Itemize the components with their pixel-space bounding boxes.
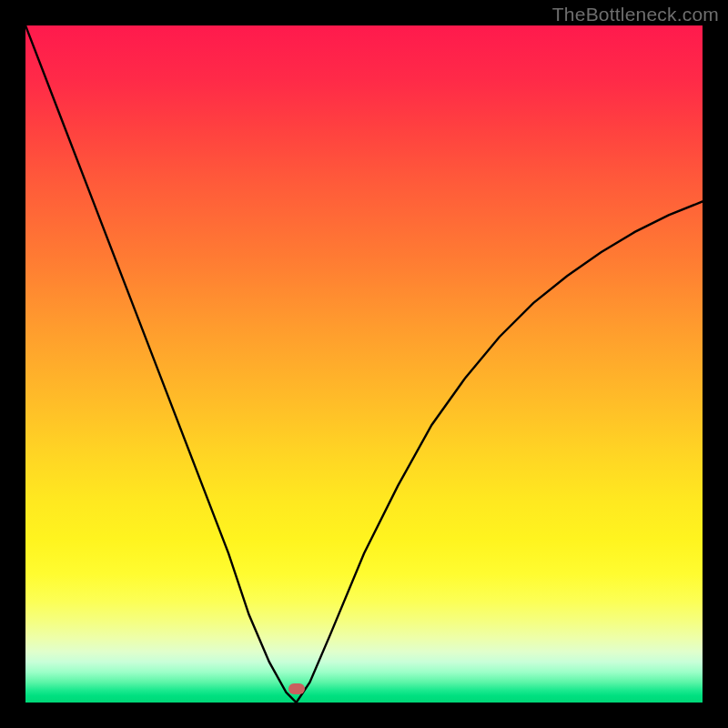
- plot-area: [25, 25, 703, 703]
- optimal-point-marker: [288, 683, 305, 694]
- curve-layer: [25, 25, 703, 703]
- chart-frame: TheBottleneck.com: [0, 0, 728, 728]
- bottleneck-curve: [25, 25, 703, 703]
- watermark-text: TheBottleneck.com: [552, 4, 719, 25]
